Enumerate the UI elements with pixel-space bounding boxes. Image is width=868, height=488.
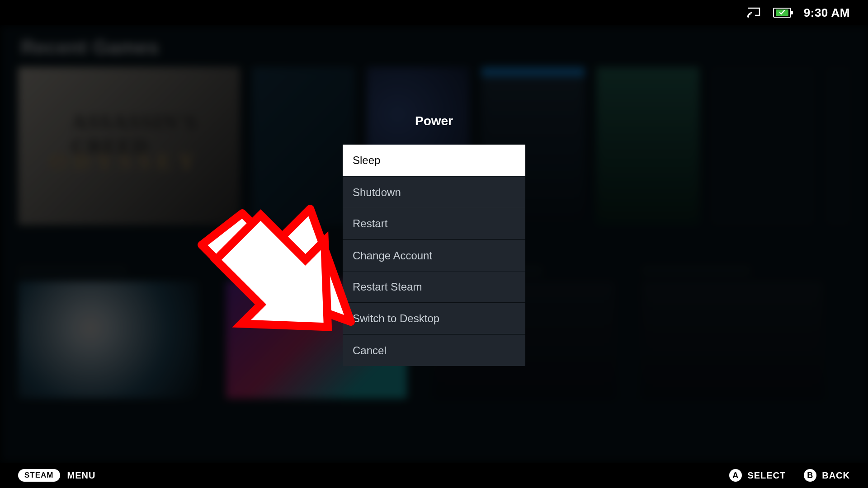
power-item-cancel[interactable]: Cancel xyxy=(343,334,525,366)
power-item-change-account[interactable]: Change Account xyxy=(343,239,525,271)
power-menu-list: Sleep Shutdown Restart Change Account Re… xyxy=(343,145,525,366)
power-menu-title: Power xyxy=(343,114,525,128)
hint-back: B BACK xyxy=(804,469,850,482)
hint-bar: STEAM MENU A SELECT B BACK xyxy=(0,463,868,488)
b-button-icon: B xyxy=(804,469,816,482)
power-item-restart[interactable]: Restart xyxy=(343,208,525,239)
back-label: BACK xyxy=(822,470,850,481)
hint-select: A SELECT xyxy=(729,469,786,482)
cast-icon xyxy=(747,7,760,18)
power-item-restart-steam[interactable]: Restart Steam xyxy=(343,271,525,303)
menu-label: MENU xyxy=(67,470,96,481)
clock: 9:30 AM xyxy=(804,6,850,20)
select-label: SELECT xyxy=(747,470,786,481)
svg-point-0 xyxy=(747,16,749,18)
steam-button[interactable]: STEAM xyxy=(18,469,60,482)
status-bar: 9:30 AM xyxy=(0,0,868,25)
power-item-switch-desktop[interactable]: Switch to Desktop xyxy=(343,303,525,334)
power-item-shutdown[interactable]: Shutdown xyxy=(343,176,525,208)
power-item-sleep[interactable]: Sleep xyxy=(343,145,525,176)
power-menu: Power Sleep Shutdown Restart Change Acco… xyxy=(343,114,525,366)
a-button-icon: A xyxy=(729,469,742,482)
battery-icon xyxy=(773,8,791,18)
